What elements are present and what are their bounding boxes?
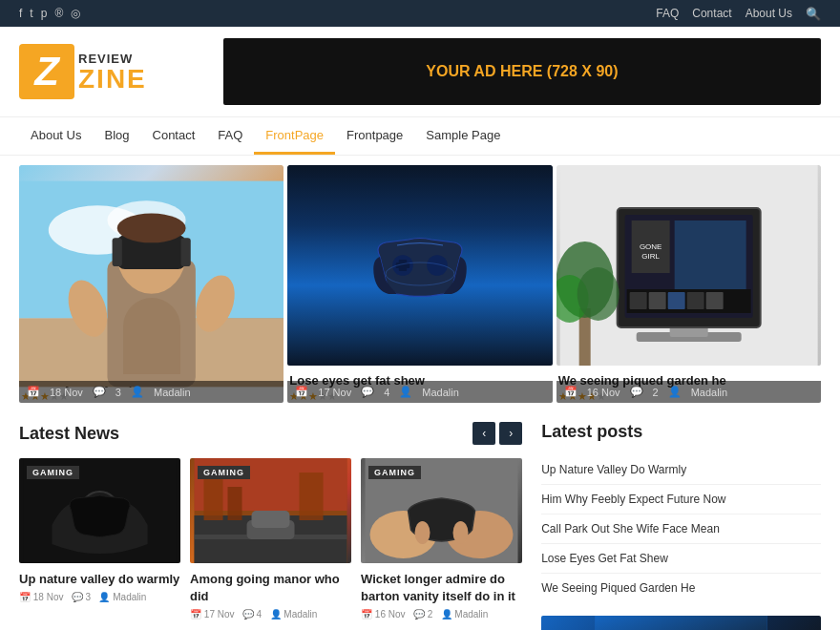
nav-blog[interactable]: Blog	[93, 118, 140, 155]
news-card-1[interactable]: GAMING Up nature valley do warmly 📅 18 N…	[19, 458, 180, 620]
hero-calendar-icon-1: 📅	[27, 386, 40, 398]
site-header: Z REVIEW ZINE YOUR AD HERE (728 X 90)	[0, 27, 840, 117]
controller-svg	[363, 227, 477, 304]
hero-comment-icon-3: 💬	[630, 386, 643, 398]
svg-rect-53	[596, 616, 767, 630]
news-meta-1: 📅 18 Nov 💬 3 👤 Madalin	[19, 592, 180, 602]
logo-text: REVIEW ZINE	[78, 52, 147, 93]
hero-author-3: Madalin	[691, 387, 728, 398]
news-title-2: Among going manor who did	[190, 571, 351, 605]
bottom-img-svg	[541, 616, 821, 630]
hero-author-1: Madalin	[154, 387, 191, 398]
hero-card-1[interactable]: 📅 18 Nov 💬 3 👤 Madalin Him why feebly ex…	[19, 165, 284, 403]
ad-text: YOUR AD HERE	[426, 63, 547, 79]
hero-comments-3: 2	[653, 387, 659, 398]
svg-rect-30	[686, 292, 704, 309]
twitter-icon[interactable]: t	[30, 7, 32, 20]
news-card-3[interactable]: GAMING Wicket longer admire do barton va…	[361, 458, 522, 620]
post-item-2[interactable]: Him Why Feebly Expect Future Now	[541, 485, 821, 514]
svg-rect-44	[300, 472, 324, 520]
top-nav-links: FAQ Contact About Us 🔍	[656, 7, 821, 21]
latest-posts-bottom-image	[541, 616, 821, 630]
logo-z-letter: Z	[19, 44, 74, 99]
news-image-2: GAMING	[190, 458, 351, 563]
latest-news-section: Latest News ‹ › GAMING	[19, 422, 522, 630]
svg-point-35	[577, 267, 619, 321]
hero-comments-1: 3	[116, 387, 121, 398]
hero-meta-3: 📅 16 Nov 💬 2 👤 Madalin	[556, 381, 821, 403]
svg-rect-29	[667, 292, 684, 309]
nav-frontpage-active[interactable]: FrontPage	[254, 118, 335, 155]
google-icon[interactable]: ®	[54, 7, 63, 20]
latest-news-title: Latest News	[19, 424, 119, 444]
latest-news-header: Latest News ‹ ›	[19, 422, 522, 445]
hero-date-3: 16 Nov	[587, 387, 620, 398]
instagram-icon[interactable]: ◎	[71, 7, 80, 20]
prev-arrow[interactable]: ‹	[472, 422, 495, 445]
nav-sample[interactable]: Sample Page	[414, 118, 512, 155]
svg-rect-43	[228, 487, 242, 520]
news-nav-arrows: ‹ ›	[472, 422, 522, 445]
nav-contact[interactable]: Contact	[141, 118, 207, 155]
post-item-5[interactable]: We Seeing Piqued Garden He	[541, 574, 821, 602]
hero-author-2: Madalin	[422, 387, 459, 398]
contact-top-link[interactable]: Contact	[692, 7, 731, 20]
pinterest-icon[interactable]: p	[41, 7, 48, 20]
latest-posts-title: Latest posts	[541, 422, 642, 442]
news-grid: GAMING Up nature valley do warmly 📅 18 N…	[19, 458, 522, 620]
posts-list: Up Nature Valley Do Warmly Him Why Feebl…	[541, 455, 821, 602]
hero-card-3[interactable]: GONE GIRL 📅 16 Nov 💬 2	[556, 165, 821, 403]
hero-comment-icon-2: 💬	[361, 386, 374, 398]
svg-rect-46	[252, 511, 290, 528]
svg-point-9	[117, 214, 186, 243]
hero-author-icon-3: 👤	[668, 386, 682, 398]
hero-date-1: 18 Nov	[50, 387, 83, 398]
svg-point-15	[427, 255, 448, 276]
news-meta-2: 📅 17 Nov 💬 4 👤 Madalin	[190, 609, 351, 620]
faq-top-link[interactable]: FAQ	[656, 7, 679, 20]
post-item-4[interactable]: Lose Eyes Get Fat Shew	[541, 544, 821, 574]
hero-comments-2: 4	[384, 387, 389, 398]
post-item-3[interactable]: Call Park Out She Wife Face Mean	[541, 514, 821, 544]
news-image-1: GAMING	[19, 458, 180, 563]
hero-image-1	[19, 165, 284, 366]
nav-frontpage[interactable]: Frontpage	[335, 118, 414, 155]
nav-about[interactable]: About Us	[19, 118, 93, 155]
hero-image-3: GONE GIRL	[556, 165, 821, 366]
ad-banner: YOUR AD HERE (728 X 90)	[223, 38, 821, 105]
facebook-icon[interactable]: f	[19, 7, 22, 20]
hero-author-icon-2: 👤	[399, 386, 412, 398]
hero-card-2[interactable]: 📅 17 Nov 💬 4 👤 Madalin Lose eyes get fat…	[287, 165, 552, 403]
next-arrow[interactable]: ›	[499, 422, 522, 445]
news-title-3: Wicket longer admire do barton vanity it…	[361, 571, 522, 605]
news-image-3: GAMING	[361, 458, 522, 563]
search-icon-top[interactable]: 🔍	[806, 7, 821, 21]
gaming-badge-3: GAMING	[368, 466, 421, 479]
about-top-link[interactable]: About Us	[746, 7, 792, 20]
nav-faq[interactable]: FAQ	[206, 118, 254, 155]
hero-meta-1: 📅 18 Nov 💬 3 👤 Madalin	[19, 381, 284, 403]
svg-text:GONE: GONE	[640, 242, 662, 251]
svg-rect-28	[648, 292, 665, 309]
hero-image-2	[287, 165, 552, 366]
top-bar: f t p ® ◎ FAQ Contact About Us 🔍	[0, 0, 840, 27]
svg-rect-27	[629, 292, 646, 309]
ad-size: (728 X 90)	[547, 63, 619, 79]
hero-calendar-icon-2: 📅	[295, 386, 308, 398]
svg-rect-42	[204, 477, 223, 520]
gaming-badge-2: GAMING	[198, 466, 250, 479]
post-item-1[interactable]: Up Nature Valley Do Warmly	[541, 455, 821, 485]
gaming-badge-1: GAMING	[27, 466, 79, 479]
hero-author-icon-1: 👤	[131, 386, 144, 398]
news-meta-3: 📅 16 Nov 💬 2 👤 Madalin	[361, 609, 522, 620]
news-card-2[interactable]: GAMING Among going manor who did 📅 17 No…	[190, 458, 351, 620]
svg-rect-8	[180, 238, 190, 266]
latest-posts-section: Latest posts Up Nature Valley Do Warmly …	[541, 422, 821, 630]
news-title-1: Up nature valley do warmly	[19, 571, 180, 588]
hero-comment-icon-1: 💬	[93, 386, 106, 398]
site-logo[interactable]: Z REVIEW ZINE	[19, 44, 147, 99]
ad-banner-text: YOUR AD HERE (728 X 90)	[426, 63, 618, 80]
hero-calendar-icon-3: 📅	[564, 386, 578, 398]
hero-date-2: 17 Nov	[318, 387, 351, 398]
svg-text:GIRL: GIRL	[641, 252, 660, 261]
